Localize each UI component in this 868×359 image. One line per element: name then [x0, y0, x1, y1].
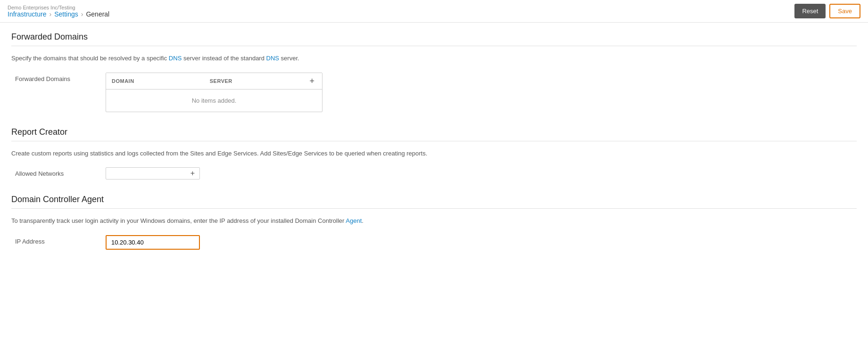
forwarded-domains-section: Forwarded Domains Specify the domains th… — [11, 32, 857, 112]
ip-address-area — [106, 235, 332, 250]
allowed-networks-row: Allowed Networks + — [11, 167, 857, 180]
ip-address-row: IP Address — [11, 235, 857, 250]
allowed-networks-area: + — [106, 167, 332, 180]
breadcrumb-sep-1: › — [49, 10, 51, 18]
top-bar: Demo Enterprises Inc/Testing Infrastruct… — [0, 0, 868, 23]
breadcrumb-general: General — [86, 10, 109, 18]
col-server-header: SERVER — [210, 78, 308, 84]
forwarded-domains-desc: Specify the domains that should be resol… — [11, 54, 857, 63]
dns-link-1[interactable]: DNS — [169, 55, 182, 62]
dc-desc-text-2: . — [362, 217, 364, 224]
ip-address-label: IP Address — [11, 235, 106, 245]
section-divider-2 — [11, 141, 857, 141]
forwarded-domains-table-area: DOMAIN SERVER + No items added. — [106, 73, 332, 112]
dns-link-2[interactable]: DNS — [266, 55, 279, 62]
forwarded-domains-label: Forwarded Domains — [11, 73, 106, 82]
reset-button[interactable]: Reset — [794, 4, 826, 18]
report-desc-text: Create custom reports using statistics a… — [11, 150, 427, 157]
main-content: Forwarded Domains Specify the domains th… — [0, 23, 868, 359]
domain-controller-desc: To transparently track user login activi… — [11, 216, 857, 226]
breadcrumb-area: Demo Enterprises Inc/Testing Infrastruct… — [8, 5, 109, 18]
allowed-networks-input-container: + — [106, 167, 200, 180]
table-empty-text: No items added. — [106, 90, 322, 112]
domain-controller-title: Domain Controller Agent — [11, 195, 857, 204]
desc-text-3: server. — [279, 55, 299, 62]
org-name: Demo Enterprises Inc/Testing — [8, 5, 109, 10]
dc-desc-text-1: To transparently track user login activi… — [11, 217, 346, 224]
report-creator-desc: Create custom reports using statistics a… — [11, 149, 857, 158]
top-buttons: Reset Save — [794, 4, 860, 18]
allowed-networks-field[interactable] — [110, 170, 190, 177]
section-divider-1 — [11, 46, 857, 46]
add-network-button[interactable]: + — [190, 170, 196, 177]
report-creator-section: Report Creator Create custom reports usi… — [11, 127, 857, 180]
desc-text-1: Specify the domains that should be resol… — [11, 55, 169, 62]
forwarded-domains-table: DOMAIN SERVER + No items added. — [106, 73, 322, 112]
breadcrumb-settings[interactable]: Settings — [54, 10, 78, 18]
breadcrumb: Infrastructure › Settings › General — [8, 10, 109, 18]
report-creator-title: Report Creator — [11, 127, 857, 137]
allowed-networks-label: Allowed Networks — [11, 167, 106, 177]
domain-controller-section: Domain Controller Agent To transparently… — [11, 195, 857, 250]
add-domain-button[interactable]: + — [308, 77, 317, 85]
forwarded-domains-row: Forwarded Domains DOMAIN SERVER + No ite… — [11, 73, 857, 112]
section-divider-3 — [11, 208, 857, 209]
table-header: DOMAIN SERVER + — [106, 73, 322, 90]
forwarded-domains-title: Forwarded Domains — [11, 32, 857, 42]
agent-link[interactable]: Agent — [346, 217, 362, 224]
breadcrumb-sep-2: › — [81, 10, 83, 18]
breadcrumb-infrastructure[interactable]: Infrastructure — [8, 10, 46, 18]
col-domain-header: DOMAIN — [112, 78, 210, 84]
save-button[interactable]: Save — [829, 4, 860, 18]
ip-address-input[interactable] — [106, 235, 200, 250]
desc-text-2: server instead of the standard — [182, 55, 266, 62]
